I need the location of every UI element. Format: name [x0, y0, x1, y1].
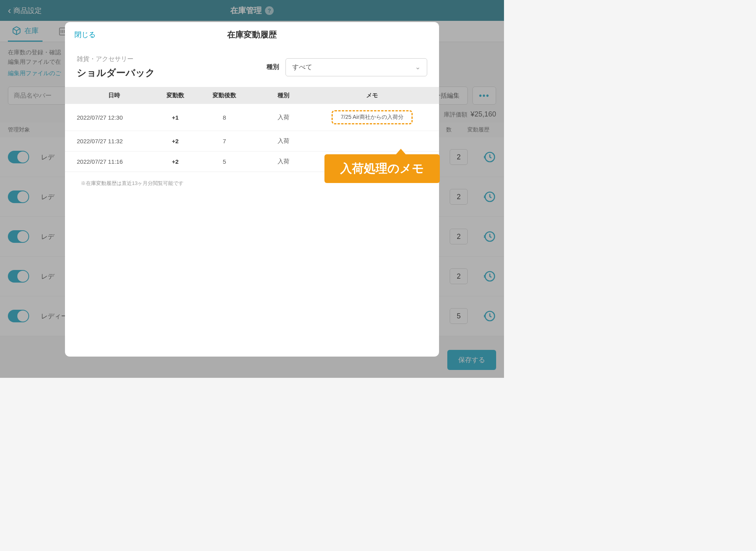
memo-highlight: 7/25 Air商社からの入荷分 — [332, 110, 412, 124]
cell-date: 2022/07/27 11:32 — [77, 138, 152, 144]
cell-delta: +2 — [152, 138, 199, 144]
product-info: 雑貨・アクセサリー ショルダーバック — [77, 55, 155, 79]
cell-type: 入荷 — [250, 114, 317, 121]
cell-delta: +2 — [152, 158, 199, 165]
cell-date: 2022/07/27 11:16 — [77, 158, 152, 165]
history-table-header: 日時 変動数 変動後数 種別 メモ — [65, 87, 439, 104]
callout-annotation: 入荷処理のメモ — [324, 154, 440, 183]
cell-date: 2022/07/27 12:30 — [77, 114, 152, 121]
modal-header: 閉じる 在庫変動履歴 — [65, 22, 439, 46]
type-select[interactable]: すべて ⌄ — [285, 58, 427, 76]
filter-label: 種別 — [267, 63, 279, 71]
modal-overlay[interactable]: 閉じる 在庫変動履歴 雑貨・アクセサリー ショルダーバック 種別 すべて ⌄ 日… — [0, 0, 504, 378]
cell-after: 8 — [199, 114, 250, 121]
modal-subheader: 雑貨・アクセサリー ショルダーバック 種別 すべて ⌄ — [65, 46, 439, 87]
cell-type: 入荷 — [250, 158, 317, 165]
cell-delta: +1 — [152, 114, 199, 121]
product-name: ショルダーバック — [77, 67, 155, 79]
cell-type: 入荷 — [250, 137, 317, 145]
history-row: 2022/07/27 12:30 +1 8 入荷 7/25 Air商社からの入荷… — [65, 104, 439, 131]
cell-after: 7 — [199, 138, 250, 144]
modal-title: 在庫変動履歴 — [227, 29, 277, 40]
close-button[interactable]: 閉じる — [74, 30, 96, 39]
history-modal: 閉じる 在庫変動履歴 雑貨・アクセサリー ショルダーバック 種別 すべて ⌄ 日… — [65, 22, 439, 357]
category-label: 雑貨・アクセサリー — [77, 55, 155, 63]
filter-group: 種別 すべて ⌄ — [267, 58, 427, 76]
cell-memo: 7/25 Air商社からの入荷分 — [317, 110, 427, 124]
cell-after: 5 — [199, 158, 250, 165]
chevron-down-icon: ⌄ — [415, 63, 421, 71]
history-row: 2022/07/27 11:32 +2 7 入荷 — [65, 131, 439, 152]
